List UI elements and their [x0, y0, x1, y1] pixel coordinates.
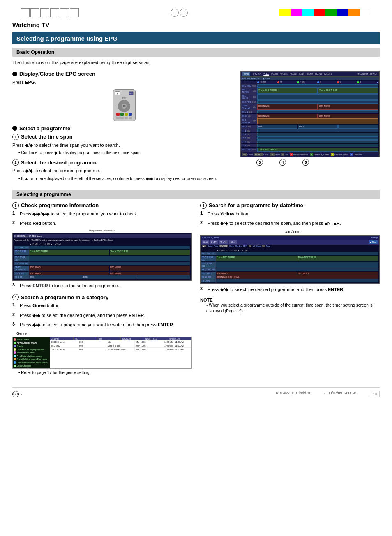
remote-body: ✕ EPG timer OK — [113, 89, 136, 121]
step-select-time: 1 Select the time span Press ◆/◆ to sele… — [12, 134, 236, 156]
ch-num-509: 509 — [252, 148, 256, 151]
genre-right-panel: Channel No. Title [Day] 12/5 [Day] R 5:1… — [50, 337, 191, 368]
epg-date-today: Today — [263, 73, 269, 75]
ch-iit4: IIT 4 507 — [241, 140, 257, 143]
remote-diagram: ✕ EPG timer OK — [12, 89, 236, 121]
prog-bbcthree-1: This is BBC THREE — [257, 88, 318, 94]
dt-row-2: BBC THREE 007 This is BBC THREE This is … — [201, 256, 378, 261]
dt-next: ▶ Next — [369, 240, 378, 244]
bottom-enter: ENTER Enter — [254, 153, 268, 156]
genre-prog-day-3: Mon 19/05 — [135, 348, 163, 351]
select-programme-heading: Select a programme — [12, 125, 236, 132]
info-ch-num: 040 BBC News 24 BBC News — [14, 235, 42, 237]
dt-row-6: BBC2 082 BBC NEWS BBC NEWS — [201, 275, 378, 279]
dt-prog-5b: BBC NEWS — [297, 272, 378, 275]
dt-t2: ● 11 — [226, 249, 230, 252]
dt-row-7: IIT 1 004 — [201, 279, 378, 282]
btn-red[interactable] — [116, 113, 120, 116]
time-span-text: Press ◆/◆ to select the time span you wa… — [12, 142, 236, 149]
epg-label: EPG — [242, 72, 250, 76]
step-3-2: 2 Press Red button. — [12, 220, 192, 229]
info-prog-2b: This is BBC THREE — [110, 250, 190, 255]
color-yellow — [279, 9, 291, 16]
selecting-programme-header: Selecting a programme — [12, 190, 380, 199]
deco-sq-2 — [30, 8, 39, 17]
step-4-1: 1 Press Green button. — [12, 302, 192, 311]
genre-dot-music — [14, 351, 16, 354]
dt-next-box: □ — [262, 245, 265, 247]
red-bold: Red — [32, 221, 41, 226]
bottom-searchgenre-label: Search By Genre — [314, 153, 329, 156]
note-bullet: • When you select a programme outside of… — [206, 303, 380, 314]
bottom-select: ■□ Select — [242, 153, 253, 156]
genre-item-leisure: Leisure/hobbies — [14, 364, 49, 367]
enter-bold-5a: ENTER — [324, 221, 339, 226]
step-3-block: 3 Check programme information 1 Press ◆/… — [12, 202, 192, 291]
info-prog-3 — [29, 256, 190, 261]
two-col-programmes: 3 Check programme information 1 Press ◆/… — [12, 202, 380, 379]
info-row-2: BBC THREE 007 This is BBC THREE This is … — [14, 250, 190, 255]
btn-green[interactable] — [120, 113, 124, 116]
deco-colors — [279, 9, 371, 16]
remote-top: ✕ EPG — [115, 91, 134, 95]
dt-sel-row: ■□ Select Time ENTER Enter Back to EPG □… — [201, 245, 379, 248]
info-ch-col — [15, 243, 29, 245]
info-screen-header: 040 BBC News 24 BBC News — [14, 234, 191, 238]
dt-search-box: Search by Time Today 0 - 6 6 - 12 12 - 1… — [200, 235, 380, 284]
deco-circ-1 — [171, 9, 179, 17]
epg-datetime: [Mon]10/04 10:57 AM — [357, 73, 377, 75]
epg-time-11: 11 — [277, 81, 297, 83]
step-select-desired: 2 Select the desired programme Press ◆/◆… — [12, 159, 236, 182]
genre-dot-leisure — [14, 365, 16, 367]
dt-ch-1: BBC TWO 002 — [201, 252, 216, 255]
epg-time-header: 10 AM 11 0 PM 1 2 3 ▶ — [241, 81, 379, 84]
page-number: 18 — [370, 391, 380, 397]
dt-prog-1 — [216, 252, 378, 255]
epg-time-0pm: 0 PM — [297, 81, 317, 83]
callout-5: 5 — [302, 159, 309, 166]
genre-col-day: [Day] 12/5 — [121, 337, 145, 340]
info-row-4: BBC FIVE 012 — [14, 262, 190, 265]
btn-back: P/C — [270, 153, 275, 156]
genre-col-title: Title — [97, 337, 121, 340]
epg-row-bbc1: BBC 1 001 — [241, 110, 378, 113]
prog-iit5 — [257, 144, 378, 147]
epg-dates: Today [Tue]20 [Wed]21 [Thu]22 [Fri]23 [S… — [263, 73, 355, 75]
info-time-row: ● 10 AM ● 11 ● 0 PM ● 1 ● 2 ● 7 — [14, 243, 190, 246]
left-column: Display/Close the EPG screen Press EPG. … — [12, 71, 236, 185]
color-cyan — [302, 9, 314, 16]
bottom-searchdate-label: Search By Date — [334, 153, 348, 156]
dt-ch-6: BBC2 082 — [201, 275, 216, 279]
enter-bold-5b: ENTER — [328, 287, 343, 292]
prog-col-right: 5 Search for a programme by date/time 1 … — [200, 202, 380, 379]
top-decoration — [12, 8, 380, 17]
genre-label-sports: Sports — [17, 345, 23, 347]
info-screen-container: Programme Information 040 BBC News 24 BB… — [12, 233, 192, 281]
ch-bbcnews24: BBC News 24 085 — [241, 118, 257, 124]
btn-blue[interactable] — [129, 113, 132, 116]
genre-prog-title-3: Words and Pictures — [106, 348, 135, 351]
btn-yellow[interactable] — [125, 113, 128, 116]
dt-search-by-time: Search by Time — [202, 236, 219, 239]
t1: ● 10 AM — [30, 243, 38, 245]
epg-rows: BBC TWO 002 BBC THREE 007 This is BBC TH… — [241, 84, 379, 152]
info-prog-6b: BBC NEWS — [110, 272, 190, 275]
epg-row-bbc2: BBC2 082 BBC NEWS BBC NEWS — [241, 114, 378, 118]
bottom-exit-label: Exit — [285, 153, 288, 156]
color-red — [314, 9, 325, 16]
selecting-programme-section: Selecting a programme 3 Check programme … — [12, 190, 380, 379]
genre-prog-day-2: Mon 19/05 — [135, 344, 163, 347]
dt-enter-box: ENTER — [219, 245, 228, 247]
epg-date-6: [Sun]25 — [315, 73, 322, 75]
t3: ● 0 PM — [44, 243, 50, 245]
epg-row-bbctwo: BBC TWO 002 — [241, 84, 378, 88]
genre-prog-title-2: School is luck — [106, 344, 135, 347]
genre-prog-row-3: CBBC Channel 020 Words and Pictures Mon … — [50, 348, 191, 351]
dot-red-2 — [337, 81, 339, 83]
prog-iit4 — [257, 140, 378, 143]
ch-num-306: 306 — [247, 137, 250, 139]
genre-item-education: Education/Science/Factual Topics — [14, 361, 49, 364]
dt-next-label: Next — [266, 245, 270, 247]
color-green — [325, 9, 337, 16]
genre-prog-ch-3: CBBC Channel — [50, 348, 78, 351]
